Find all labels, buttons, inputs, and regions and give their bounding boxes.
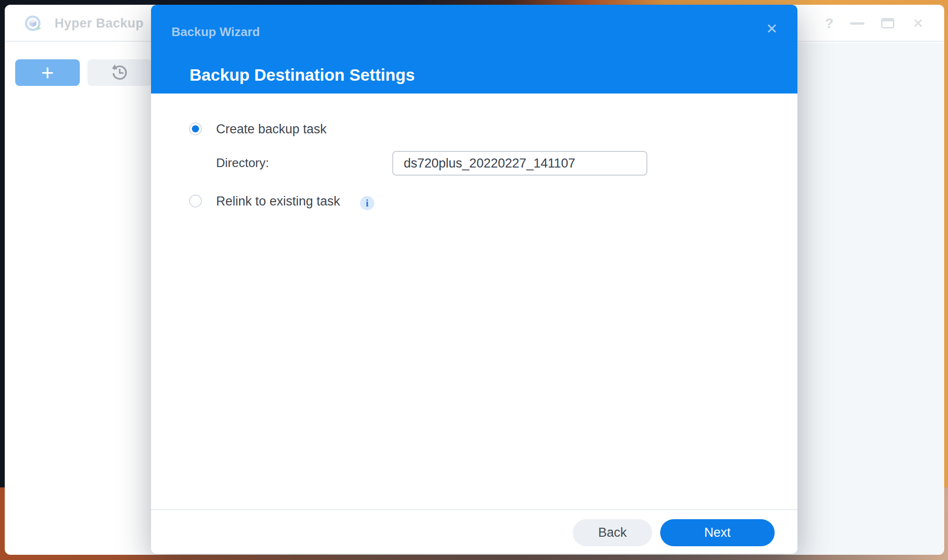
next-button[interactable]: Next [660,519,775,546]
minimize-icon [850,22,864,25]
clock-restore-icon [110,63,130,83]
add-task-button[interactable]: + [15,59,80,86]
directory-label: Directory: [216,154,269,171]
app-title: Hyper Backup [55,5,144,42]
window-close-icon: ✕ [912,16,923,31]
backup-wizard-dialog: Backup Wizard ✕ Backup Destination Setti… [151,5,797,554]
plus-icon: + [41,61,54,84]
help-icon: ? [825,15,834,31]
hyper-backup-logo-icon [24,15,41,32]
restore-history-button[interactable] [87,59,152,86]
dialog-body: Create backup task Directory: Relink to … [151,93,797,509]
info-glyph: i [366,197,369,209]
maximize-icon [881,18,894,28]
radio-relink-existing-task[interactable] [189,195,202,207]
window-close-button[interactable]: ✕ [908,5,929,42]
relink-task-label: Relink to existing task [216,193,340,210]
back-button[interactable]: Back [573,519,652,546]
dialog-title: Backup Wizard [171,25,260,39]
radio-create-backup-task[interactable] [189,122,202,135]
dialog-step-heading: Backup Destination Settings [190,65,415,84]
create-backup-task-label: Create backup task [216,121,327,138]
dialog-header: Backup Wizard ✕ Backup Destination Setti… [151,5,797,93]
dialog-close-button[interactable]: ✕ [760,17,783,40]
minimize-button[interactable] [847,5,868,42]
info-icon[interactable]: i [360,196,374,210]
dialog-close-icon: ✕ [766,20,777,37]
help-button[interactable]: ? [819,5,840,42]
dialog-footer: Back Next [151,509,797,554]
directory-input[interactable] [392,151,647,176]
maximize-button[interactable] [877,5,898,42]
